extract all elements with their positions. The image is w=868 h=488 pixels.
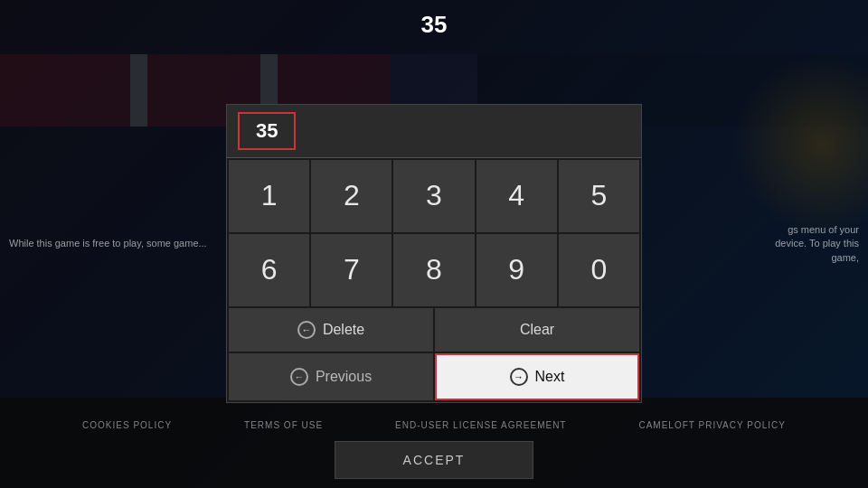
previous-button[interactable]: ← Previous xyxy=(229,353,433,400)
key-9[interactable]: 9 xyxy=(476,234,557,306)
numpad-display-row: 35 xyxy=(227,105,641,158)
clear-button[interactable]: Clear xyxy=(435,308,639,352)
delete-icon: ← xyxy=(297,321,316,339)
key-4[interactable]: 4 xyxy=(476,160,557,232)
key-1[interactable]: 1 xyxy=(229,160,309,232)
key-5[interactable]: 5 xyxy=(559,160,639,232)
next-button[interactable]: → Next xyxy=(435,353,639,400)
next-icon: → xyxy=(510,368,528,386)
numpad-display-value: 35 xyxy=(238,112,296,150)
key-7[interactable]: 7 xyxy=(311,234,392,306)
key-6[interactable]: 6 xyxy=(229,234,309,306)
nav-row: ← Previous → Next xyxy=(227,353,641,402)
numpad-grid: 1234567890 xyxy=(227,158,641,308)
key-0[interactable]: 0 xyxy=(559,234,639,306)
clear-label: Clear xyxy=(520,322,554,338)
next-label: Next xyxy=(535,369,565,385)
numpad-panel: 35 1234567890 ← Delete Clear ← Previous … xyxy=(226,104,642,403)
delete-label: Delete xyxy=(323,322,364,338)
modal-overlay: 35 1234567890 ← Delete Clear ← Previous … xyxy=(0,0,868,488)
previous-icon: ← xyxy=(290,368,308,386)
key-2[interactable]: 2 xyxy=(311,160,392,232)
previous-label: Previous xyxy=(316,369,372,385)
action-row: ← Delete Clear xyxy=(227,308,641,353)
key-3[interactable]: 3 xyxy=(393,160,474,232)
key-8[interactable]: 8 xyxy=(393,234,474,306)
delete-button[interactable]: ← Delete xyxy=(229,308,433,352)
